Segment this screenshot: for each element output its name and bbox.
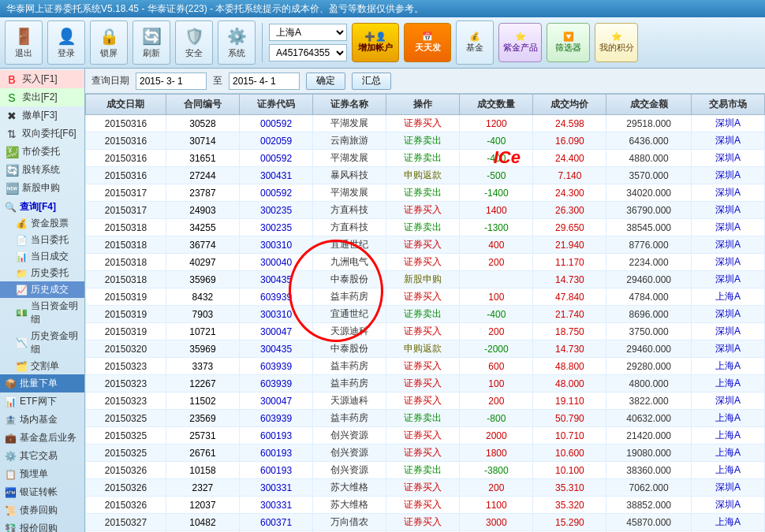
table-row[interactable]: 2015032710482600371万向借农证券买入300015.290458… <box>86 514 765 531</box>
sidebar-item-sell[interactable]: S 卖出[F2] <box>0 88 84 106</box>
col-amount: 成交金额 <box>606 95 691 115</box>
deals-table: 成交日期 合同编号 证券代码 证券名称 操作 成交数量 成交均价 成交金额 交易… <box>85 94 765 532</box>
sell-icon: S <box>5 91 19 104</box>
batch-icon: 📦 <box>5 378 17 389</box>
sidebar-item-market[interactable]: 💹 市价委托 <box>0 143 84 161</box>
table-row[interactable]: 2015031630714002059云南旅游证券卖出-40016.090643… <box>86 132 765 150</box>
sidebar-item-today-fund[interactable]: 💵 当日资金明细 <box>0 298 84 328</box>
table-row[interactable]: 2015032526761600193创兴资源证券买入180010.600190… <box>86 445 765 462</box>
sidebar-item-bond-repo[interactable]: 📜 债券回购 <box>0 501 84 519</box>
login-icon: 👤 <box>57 27 76 46</box>
sidebar-group-query[interactable]: 🔍 查询[F4] <box>0 199 84 215</box>
transfer-icon: 🔄 <box>5 164 19 177</box>
table-container[interactable]: 成交日期 合同编号 证券代码 证券名称 操作 成交数量 成交均价 成交金额 交易… <box>85 94 765 532</box>
table-row[interactable]: 201503262327300331苏大维格证券买入20035.3107062.… <box>86 479 765 497</box>
toolbar: 🚪 退出 👤 登录 🔒 锁屏 🔄 刷新 🛡️ 安全 ⚙️ 系统 上海A 深圳A … <box>0 17 765 69</box>
daily-button[interactable]: 📅 天天发 <box>404 23 451 62</box>
ipo-icon: 🆕 <box>5 182 19 195</box>
sidebar-item-other-trade[interactable]: ⚙️ 其它交易 <box>0 447 84 465</box>
table-body: 2015031630528000592平湖发展证券买入120024.598295… <box>86 115 765 533</box>
table-row[interactable]: 2015032311502300047天源迪科证券买入20019.1103822… <box>86 392 765 410</box>
confirm-button[interactable]: 确定 <box>306 73 345 90</box>
table-row[interactable]: 2015031835969300435中泰股份新股申购14.73029460.0… <box>86 271 765 288</box>
today-deals-icon: 📊 <box>16 251 28 262</box>
sidebar-item-today-orders[interactable]: 📄 当日委托 <box>0 232 84 248</box>
sidebar-item-bank-transfer[interactable]: 🏧 银证转帐 <box>0 483 84 501</box>
sidebar-item-buy[interactable]: B 买入[F1] <box>0 70 84 88</box>
special-button[interactable]: ⭐ 紫金产品 <box>498 23 542 62</box>
score-button[interactable]: ⭐ 我的积分 <box>595 23 638 62</box>
table-row[interactable]: 201503198432603939益丰药房证券买入10047.8404784.… <box>86 288 765 306</box>
region-select[interactable]: 上海A 深圳A <box>269 24 347 41</box>
add-account-button[interactable]: ➕👤 增加帐户 <box>352 23 399 62</box>
security-icon: 🛡️ <box>185 27 204 46</box>
date-label: 查询日期 <box>91 74 129 87</box>
date-from-input[interactable] <box>136 73 207 90</box>
table-row[interactable]: 2015031723787000592平湖发展证券卖出-140024.30034… <box>86 184 765 202</box>
sidebar: B 买入[F1] S 卖出[F2] ✖ 撤单[F3] ⇅ 双向委托[F6] 💹 … <box>0 69 85 532</box>
bank-transfer-icon: 🏧 <box>5 487 17 498</box>
sidebar-item-history-deals[interactable]: 📈 历史成交 <box>0 281 84 298</box>
history-fund-icon: 📉 <box>16 337 28 348</box>
table-row[interactable]: 2015031724903300235方直科技证券买入140026.300367… <box>86 202 765 219</box>
table-row[interactable]: 201503233373603939益丰药房证券买入60048.80029280… <box>86 358 765 375</box>
summary-button[interactable]: 汇总 <box>352 73 391 90</box>
security-button[interactable]: 🛡️ 安全 <box>175 20 213 65</box>
date-to-input[interactable] <box>229 73 300 90</box>
indoor-fund-icon: 🏦 <box>5 415 17 426</box>
table-row[interactable]: 2015032523569603939益丰药房证券卖出-80050.790406… <box>86 410 765 427</box>
refresh-button[interactable]: 🔄 刷新 <box>132 20 170 65</box>
sidebar-item-preorder[interactable]: 📋 预埋单 <box>0 465 84 483</box>
sidebar-item-today-deals[interactable]: 📊 当日成交 <box>0 248 84 265</box>
sidebar-item-fund-afterhours[interactable]: 💼 基金盘后业务 <box>0 429 84 447</box>
table-row[interactable]: 2015031840297300040九洲电气证券买入20011.1702234… <box>86 254 765 271</box>
settlement-icon: 🗂️ <box>16 361 28 372</box>
table-row[interactable]: 2015031630528000592平湖发展证券买入120024.598295… <box>86 115 765 132</box>
sidebar-item-dual[interactable]: ⇅ 双向委托[F6] <box>0 125 84 143</box>
exit-button[interactable]: 🚪 退出 <box>5 20 43 65</box>
col-code: 证券代码 <box>240 95 313 115</box>
table-row[interactable]: 201503197903300310宜通世纪证券卖出-40021.7408696… <box>86 306 765 323</box>
lock-button[interactable]: 🔒 锁屏 <box>90 20 128 65</box>
today-orders-icon: 📄 <box>16 235 28 246</box>
filter-button[interactable]: 🔽 筛选器 <box>547 23 590 62</box>
fund-afterhours-icon: 💼 <box>5 433 17 444</box>
table-row[interactable]: 2015031631651000592平湖发展证券卖出-40024.400488… <box>86 150 765 167</box>
sidebar-item-etf[interactable]: 📊 ETF网下 <box>0 392 84 411</box>
col-qty: 成交数量 <box>460 95 533 115</box>
date-to-label: 至 <box>213 74 222 87</box>
sidebar-item-history-fund[interactable]: 📉 历史资金明细 <box>0 328 84 358</box>
table-row[interactable]: 2015032610158600193创兴资源证券卖出-380010.10038… <box>86 462 765 479</box>
etf-icon: 📊 <box>5 396 17 407</box>
table-row[interactable]: 2015032035969300435中泰股份申购返款-200014.73029… <box>86 340 765 358</box>
filter-icon: 🔽 <box>563 32 574 42</box>
sidebar-item-assets[interactable]: 💰 资金股票 <box>0 215 84 232</box>
sidebar-item-batch[interactable]: 📦 批量下单 <box>0 374 84 392</box>
sidebar-item-ipo[interactable]: 🆕 新股申购 <box>0 179 84 197</box>
history-deals-icon: 📈 <box>16 285 28 296</box>
fund-icon: 💰 <box>469 32 480 42</box>
sidebar-item-transfer[interactable]: 🔄 股转系统 <box>0 161 84 179</box>
table-row[interactable]: 2015031910721300047天源迪科证券买入20018.7503750… <box>86 323 765 340</box>
table-row[interactable]: 2015031834255300235方直科技证券卖出-130029.65038… <box>86 219 765 236</box>
login-button[interactable]: 👤 登录 <box>47 20 85 65</box>
table-row[interactable]: 2015031836774300310宜通世纪证券买入40021.9408776… <box>86 236 765 254</box>
content-wrapper: 成交日期 合同编号 证券代码 证券名称 操作 成交数量 成交均价 成交金额 交易… <box>85 94 765 532</box>
region-account-group: 上海A 深圳A A451764355 <box>269 24 347 61</box>
sidebar-item-quote-repo[interactable]: 💱 报价回购 <box>0 519 84 532</box>
sidebar-item-cancel[interactable]: ✖ 撤单[F3] <box>0 106 84 125</box>
assets-icon: 💰 <box>16 218 28 229</box>
fund-button[interactable]: 💰 基金 <box>456 20 494 65</box>
system-button[interactable]: ⚙️ 系统 <box>218 20 256 65</box>
sidebar-item-history-orders[interactable]: 📁 历史委托 <box>0 265 84 281</box>
score-icon: ⭐ <box>611 32 622 42</box>
sidebar-item-settlement[interactable]: 🗂️ 交割单 <box>0 358 84 374</box>
account-select[interactable]: A451764355 <box>269 44 347 61</box>
table-row[interactable]: 2015031627244300431暴风科技申购返款-5007.1403570… <box>86 167 765 184</box>
table-row[interactable]: 2015032525731600193创兴资源证券买入200010.710214… <box>86 427 765 445</box>
col-market: 交易市场 <box>691 95 764 115</box>
sidebar-item-indoor-fund[interactable]: 🏦 场内基金 <box>0 411 84 429</box>
table-row[interactable]: 2015032312267603939益丰药房证券买入10048.0004800… <box>86 375 765 392</box>
table-row[interactable]: 2015032612037300331苏大维格证券买入110035.320388… <box>86 497 765 514</box>
col-price: 成交均价 <box>533 95 606 115</box>
